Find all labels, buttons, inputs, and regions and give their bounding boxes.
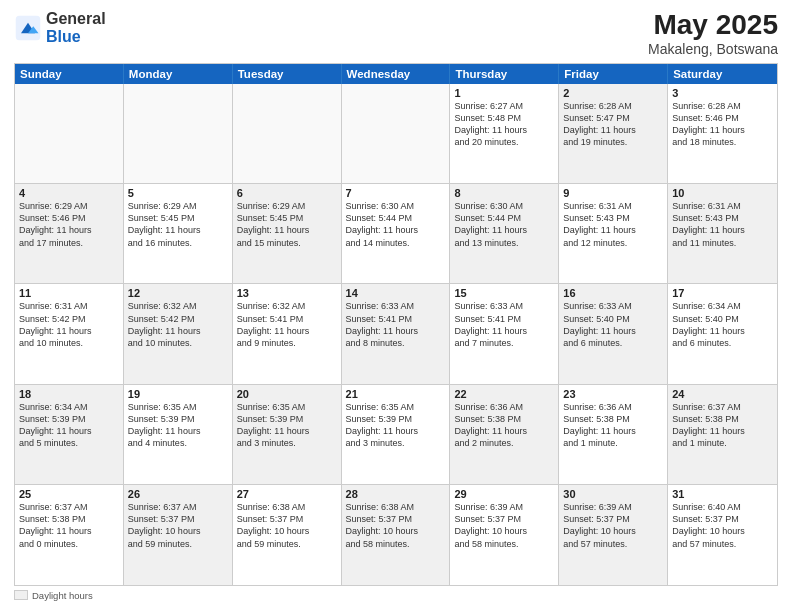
cell-info: Sunrise: 6:31 AM Sunset: 5:43 PM Dayligh…	[563, 200, 663, 249]
cell-info: Sunrise: 6:33 AM Sunset: 5:41 PM Dayligh…	[346, 300, 446, 349]
cal-header-friday: Friday	[559, 64, 668, 84]
cal-week-4: 18Sunrise: 6:34 AM Sunset: 5:39 PM Dayli…	[15, 384, 777, 484]
cal-cell	[233, 84, 342, 183]
logo-text: General Blue	[46, 10, 106, 45]
cal-cell: 11Sunrise: 6:31 AM Sunset: 5:42 PM Dayli…	[15, 284, 124, 383]
day-number: 10	[672, 187, 773, 199]
cell-info: Sunrise: 6:27 AM Sunset: 5:48 PM Dayligh…	[454, 100, 554, 149]
cal-cell: 22Sunrise: 6:36 AM Sunset: 5:38 PM Dayli…	[450, 385, 559, 484]
cal-cell	[124, 84, 233, 183]
day-number: 26	[128, 488, 228, 500]
cal-cell: 3Sunrise: 6:28 AM Sunset: 5:46 PM Daylig…	[668, 84, 777, 183]
cell-info: Sunrise: 6:29 AM Sunset: 5:46 PM Dayligh…	[19, 200, 119, 249]
location: Makaleng, Botswana	[648, 41, 778, 57]
footer-shaded-box	[14, 590, 28, 600]
cal-cell: 2Sunrise: 6:28 AM Sunset: 5:47 PM Daylig…	[559, 84, 668, 183]
cal-cell: 7Sunrise: 6:30 AM Sunset: 5:44 PM Daylig…	[342, 184, 451, 283]
day-number: 2	[563, 87, 663, 99]
cal-header-tuesday: Tuesday	[233, 64, 342, 84]
day-number: 25	[19, 488, 119, 500]
cal-cell	[15, 84, 124, 183]
logo-general: General	[46, 10, 106, 27]
cal-header-thursday: Thursday	[450, 64, 559, 84]
cell-info: Sunrise: 6:32 AM Sunset: 5:42 PM Dayligh…	[128, 300, 228, 349]
cell-info: Sunrise: 6:29 AM Sunset: 5:45 PM Dayligh…	[128, 200, 228, 249]
cal-cell: 15Sunrise: 6:33 AM Sunset: 5:41 PM Dayli…	[450, 284, 559, 383]
day-number: 11	[19, 287, 119, 299]
logo: General Blue	[14, 10, 106, 45]
day-number: 28	[346, 488, 446, 500]
cal-cell: 23Sunrise: 6:36 AM Sunset: 5:38 PM Dayli…	[559, 385, 668, 484]
cell-info: Sunrise: 6:39 AM Sunset: 5:37 PM Dayligh…	[454, 501, 554, 550]
cal-week-3: 11Sunrise: 6:31 AM Sunset: 5:42 PM Dayli…	[15, 283, 777, 383]
cal-cell: 31Sunrise: 6:40 AM Sunset: 5:37 PM Dayli…	[668, 485, 777, 584]
cal-header-wednesday: Wednesday	[342, 64, 451, 84]
day-number: 13	[237, 287, 337, 299]
logo-blue: Blue	[46, 28, 81, 45]
cell-info: Sunrise: 6:40 AM Sunset: 5:37 PM Dayligh…	[672, 501, 773, 550]
cal-cell: 19Sunrise: 6:35 AM Sunset: 5:39 PM Dayli…	[124, 385, 233, 484]
cell-info: Sunrise: 6:33 AM Sunset: 5:41 PM Dayligh…	[454, 300, 554, 349]
day-number: 16	[563, 287, 663, 299]
cell-info: Sunrise: 6:35 AM Sunset: 5:39 PM Dayligh…	[237, 401, 337, 450]
day-number: 19	[128, 388, 228, 400]
cal-header-sunday: Sunday	[15, 64, 124, 84]
cell-info: Sunrise: 6:31 AM Sunset: 5:43 PM Dayligh…	[672, 200, 773, 249]
cell-info: Sunrise: 6:38 AM Sunset: 5:37 PM Dayligh…	[346, 501, 446, 550]
footer: Daylight hours	[14, 590, 778, 603]
cell-info: Sunrise: 6:34 AM Sunset: 5:39 PM Dayligh…	[19, 401, 119, 450]
cal-cell: 17Sunrise: 6:34 AM Sunset: 5:40 PM Dayli…	[668, 284, 777, 383]
month-year: May 2025	[648, 10, 778, 41]
cal-cell: 13Sunrise: 6:32 AM Sunset: 5:41 PM Dayli…	[233, 284, 342, 383]
cal-week-5: 25Sunrise: 6:37 AM Sunset: 5:38 PM Dayli…	[15, 484, 777, 584]
cal-cell: 27Sunrise: 6:38 AM Sunset: 5:37 PM Dayli…	[233, 485, 342, 584]
cal-cell: 9Sunrise: 6:31 AM Sunset: 5:43 PM Daylig…	[559, 184, 668, 283]
cal-cell	[342, 84, 451, 183]
day-number: 23	[563, 388, 663, 400]
day-number: 31	[672, 488, 773, 500]
cal-cell: 1Sunrise: 6:27 AM Sunset: 5:48 PM Daylig…	[450, 84, 559, 183]
cell-info: Sunrise: 6:33 AM Sunset: 5:40 PM Dayligh…	[563, 300, 663, 349]
day-number: 18	[19, 388, 119, 400]
cell-info: Sunrise: 6:37 AM Sunset: 5:37 PM Dayligh…	[128, 501, 228, 550]
day-number: 5	[128, 187, 228, 199]
cal-cell: 14Sunrise: 6:33 AM Sunset: 5:41 PM Dayli…	[342, 284, 451, 383]
cell-info: Sunrise: 6:28 AM Sunset: 5:47 PM Dayligh…	[563, 100, 663, 149]
cal-cell: 6Sunrise: 6:29 AM Sunset: 5:45 PM Daylig…	[233, 184, 342, 283]
cal-cell: 30Sunrise: 6:39 AM Sunset: 5:37 PM Dayli…	[559, 485, 668, 584]
logo-icon	[14, 14, 42, 42]
cal-cell: 5Sunrise: 6:29 AM Sunset: 5:45 PM Daylig…	[124, 184, 233, 283]
cell-info: Sunrise: 6:29 AM Sunset: 5:45 PM Dayligh…	[237, 200, 337, 249]
cell-info: Sunrise: 6:30 AM Sunset: 5:44 PM Dayligh…	[454, 200, 554, 249]
cal-cell: 4Sunrise: 6:29 AM Sunset: 5:46 PM Daylig…	[15, 184, 124, 283]
cell-info: Sunrise: 6:35 AM Sunset: 5:39 PM Dayligh…	[346, 401, 446, 450]
cell-info: Sunrise: 6:31 AM Sunset: 5:42 PM Dayligh…	[19, 300, 119, 349]
cal-cell: 18Sunrise: 6:34 AM Sunset: 5:39 PM Dayli…	[15, 385, 124, 484]
cal-week-1: 1Sunrise: 6:27 AM Sunset: 5:48 PM Daylig…	[15, 84, 777, 183]
cal-cell: 28Sunrise: 6:38 AM Sunset: 5:37 PM Dayli…	[342, 485, 451, 584]
day-number: 9	[563, 187, 663, 199]
day-number: 7	[346, 187, 446, 199]
calendar-header-row: SundayMondayTuesdayWednesdayThursdayFrid…	[15, 64, 777, 84]
cell-info: Sunrise: 6:37 AM Sunset: 5:38 PM Dayligh…	[19, 501, 119, 550]
cal-cell: 12Sunrise: 6:32 AM Sunset: 5:42 PM Dayli…	[124, 284, 233, 383]
cal-week-2: 4Sunrise: 6:29 AM Sunset: 5:46 PM Daylig…	[15, 183, 777, 283]
cell-info: Sunrise: 6:35 AM Sunset: 5:39 PM Dayligh…	[128, 401, 228, 450]
day-number: 20	[237, 388, 337, 400]
day-number: 14	[346, 287, 446, 299]
day-number: 27	[237, 488, 337, 500]
cell-info: Sunrise: 6:30 AM Sunset: 5:44 PM Dayligh…	[346, 200, 446, 249]
day-number: 22	[454, 388, 554, 400]
cal-cell: 16Sunrise: 6:33 AM Sunset: 5:40 PM Dayli…	[559, 284, 668, 383]
day-number: 24	[672, 388, 773, 400]
cal-cell: 26Sunrise: 6:37 AM Sunset: 5:37 PM Dayli…	[124, 485, 233, 584]
cell-info: Sunrise: 6:36 AM Sunset: 5:38 PM Dayligh…	[563, 401, 663, 450]
cell-info: Sunrise: 6:32 AM Sunset: 5:41 PM Dayligh…	[237, 300, 337, 349]
day-number: 21	[346, 388, 446, 400]
cal-cell: 20Sunrise: 6:35 AM Sunset: 5:39 PM Dayli…	[233, 385, 342, 484]
cal-cell: 24Sunrise: 6:37 AM Sunset: 5:38 PM Dayli…	[668, 385, 777, 484]
cal-header-monday: Monday	[124, 64, 233, 84]
cal-cell: 10Sunrise: 6:31 AM Sunset: 5:43 PM Dayli…	[668, 184, 777, 283]
cell-info: Sunrise: 6:36 AM Sunset: 5:38 PM Dayligh…	[454, 401, 554, 450]
cal-cell: 21Sunrise: 6:35 AM Sunset: 5:39 PM Dayli…	[342, 385, 451, 484]
